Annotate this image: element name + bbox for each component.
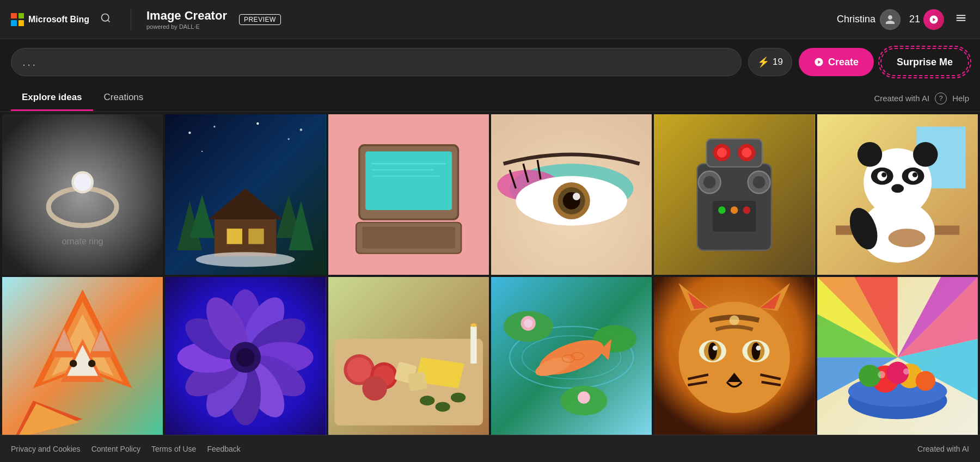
help-label[interactable]: Help bbox=[952, 94, 969, 103]
svg-point-141 bbox=[756, 346, 761, 350]
grid-item-fruits[interactable] bbox=[817, 277, 978, 438]
svg-point-161 bbox=[859, 365, 881, 387]
tabs-row: Explore ideas Creations Created with AI … bbox=[0, 85, 980, 112]
footer-links: Privacy and Cookies Content Policy Terms… bbox=[11, 445, 241, 453]
svg-point-38 bbox=[573, 193, 580, 200]
grid-item-eye[interactable] bbox=[491, 114, 652, 275]
svg-rect-27 bbox=[362, 227, 455, 249]
menu-button[interactable] bbox=[953, 10, 969, 29]
grid-item-cabin[interactable] bbox=[165, 114, 326, 275]
svg-point-10 bbox=[256, 122, 259, 125]
search-placeholder: ... bbox=[22, 55, 37, 69]
svg-point-122 bbox=[578, 391, 590, 404]
bing-grid-icon bbox=[11, 13, 24, 26]
svg-rect-2 bbox=[2, 114, 163, 275]
tabs-right: Created with AI ? Help bbox=[874, 93, 969, 104]
svg-point-81 bbox=[88, 360, 96, 368]
main-header: Microsoft Bing Image Creator powered by … bbox=[0, 0, 980, 39]
svg-rect-112 bbox=[470, 327, 476, 364]
surprise-label: Surprise Me bbox=[897, 57, 953, 67]
svg-point-44 bbox=[717, 147, 727, 157]
svg-rect-111 bbox=[407, 372, 427, 392]
header-search-button[interactable] bbox=[96, 10, 115, 28]
grid-item-flower[interactable] bbox=[165, 277, 326, 438]
header-right: Christina 21 bbox=[837, 9, 969, 30]
app-title: Image Creator bbox=[146, 9, 227, 23]
svg-point-45 bbox=[742, 147, 752, 157]
user-section[interactable]: Christina bbox=[837, 9, 901, 30]
svg-point-8 bbox=[188, 132, 191, 134]
feedback-link[interactable]: Feedback bbox=[207, 445, 240, 453]
footer-created-with-ai: Created with AI bbox=[917, 445, 969, 453]
svg-line-1 bbox=[108, 20, 110, 22]
terms-link[interactable]: Terms of Use bbox=[151, 445, 196, 453]
svg-point-108 bbox=[435, 402, 450, 412]
svg-rect-25 bbox=[365, 151, 452, 210]
boost-avatar-icon[interactable] bbox=[923, 9, 944, 30]
svg-rect-20 bbox=[227, 229, 242, 244]
search-input-wrap[interactable]: ... bbox=[11, 48, 742, 76]
tabs-left: Explore ideas Creations bbox=[11, 85, 154, 111]
grid-item-fox[interactable] bbox=[2, 277, 163, 438]
svg-point-63 bbox=[881, 173, 886, 177]
grid-item-computer[interactable] bbox=[328, 114, 489, 275]
content-policy-link[interactable]: Content Policy bbox=[91, 445, 140, 453]
svg-point-11 bbox=[288, 138, 290, 140]
svg-point-164 bbox=[878, 371, 885, 379]
svg-point-47 bbox=[703, 176, 716, 189]
svg-point-105 bbox=[362, 376, 387, 401]
grid-item-koi[interactable] bbox=[491, 277, 652, 438]
svg-point-64 bbox=[912, 173, 917, 177]
svg-point-165 bbox=[903, 368, 909, 374]
avatar[interactable] bbox=[880, 9, 901, 30]
search-row: ... ⚡ 19 Create Surprise Me bbox=[0, 39, 980, 85]
tab-creations[interactable]: Creations bbox=[93, 85, 155, 111]
bing-brand-label: Microsoft Bing bbox=[28, 15, 89, 24]
svg-point-66 bbox=[857, 142, 881, 167]
svg-point-162 bbox=[915, 371, 935, 391]
lightning-icon: ⚡ bbox=[757, 56, 769, 68]
svg-point-5 bbox=[74, 174, 91, 191]
header-divider bbox=[131, 9, 131, 30]
privacy-link[interactable]: Privacy and Cookies bbox=[11, 445, 81, 453]
footer: Privacy and Cookies Content Policy Terms… bbox=[0, 435, 980, 462]
create-button[interactable]: Create bbox=[799, 48, 874, 76]
svg-point-65 bbox=[891, 184, 904, 193]
svg-rect-21 bbox=[249, 229, 264, 244]
svg-point-0 bbox=[102, 14, 109, 21]
create-label: Create bbox=[828, 57, 859, 68]
grid-item-ring[interactable]: ornate ring bbox=[2, 114, 163, 275]
svg-point-107 bbox=[420, 396, 434, 405]
preview-badge: PREVIEW bbox=[239, 14, 281, 25]
svg-point-98 bbox=[236, 348, 255, 367]
surprise-me-button[interactable]: Surprise Me bbox=[880, 48, 969, 76]
grid-item-tiger[interactable] bbox=[654, 277, 814, 438]
boost-pill: ⚡ 19 bbox=[748, 48, 792, 76]
grid-item-food[interactable] bbox=[328, 277, 489, 438]
svg-rect-18 bbox=[215, 219, 277, 256]
svg-point-121 bbox=[524, 319, 532, 328]
tab-explore-ideas[interactable]: Explore ideas bbox=[11, 85, 93, 111]
boost-counter: 21 bbox=[909, 9, 944, 30]
svg-rect-50 bbox=[713, 201, 756, 232]
svg-point-13 bbox=[300, 128, 303, 131]
image-grid: ornate ring bbox=[0, 112, 980, 438]
svg-point-80 bbox=[70, 360, 77, 368]
footer-right: Created with AI bbox=[917, 445, 969, 453]
app-subtitle: powered by DALL·E bbox=[146, 23, 227, 30]
grid-item-robot[interactable] bbox=[654, 114, 814, 275]
created-with-ai-label: Created with AI bbox=[874, 94, 929, 103]
help-circle-icon[interactable]: ? bbox=[935, 93, 947, 104]
svg-text:ornate ring: ornate ring bbox=[62, 237, 103, 246]
svg-point-140 bbox=[713, 346, 718, 350]
svg-point-139 bbox=[752, 343, 761, 360]
svg-point-53 bbox=[743, 206, 751, 214]
svg-point-69 bbox=[888, 229, 925, 247]
svg-point-49 bbox=[753, 176, 765, 189]
svg-point-109 bbox=[451, 393, 465, 403]
svg-point-22 bbox=[196, 252, 295, 267]
boost-count: 21 bbox=[909, 14, 920, 25]
bing-logo[interactable]: Microsoft Bing bbox=[11, 13, 89, 26]
grid-item-panda[interactable] bbox=[817, 114, 978, 275]
svg-point-113 bbox=[470, 324, 476, 328]
